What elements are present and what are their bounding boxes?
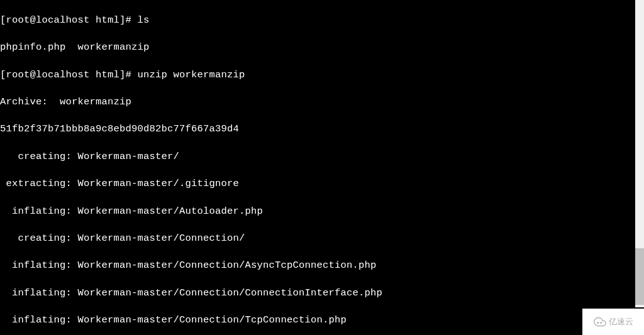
svg-point-0 bbox=[597, 322, 598, 324]
terminal-line: [root@localhost html]# ls bbox=[0, 14, 644, 28]
ls-output: phpinfo.php workermanzip bbox=[0, 41, 644, 55]
unzip-output-line: inflating: Workerman-master/Autoloader.p… bbox=[0, 205, 644, 219]
terminal-line: [root@localhost html]# unzip workermanzi… bbox=[0, 69, 644, 82]
svg-point-1 bbox=[600, 322, 601, 324]
cloud-icon bbox=[594, 316, 606, 328]
command-text: ls bbox=[138, 14, 150, 26]
archive-header: Archive: workermanzip bbox=[0, 96, 644, 109]
unzip-output-line: creating: Workerman-master/Connection/ bbox=[0, 232, 644, 246]
scrollbar-thumb[interactable] bbox=[635, 248, 644, 305]
unzip-output-line: inflating: Workerman-master/Connection/T… bbox=[0, 314, 644, 327]
terminal-output[interactable]: [root@localhost html]# ls phpinfo.php wo… bbox=[0, 0, 644, 335]
shell-prompt: [root@localhost html]# bbox=[0, 14, 138, 26]
shell-prompt: [root@localhost html]# bbox=[0, 69, 138, 80]
unzip-output-line: extracting: Workerman-master/.gitignore bbox=[0, 177, 644, 191]
unzip-output-line: inflating: Workerman-master/Connection/C… bbox=[0, 287, 644, 300]
unzip-output-line: creating: Workerman-master/ bbox=[0, 150, 644, 164]
scrollbar-track[interactable] bbox=[635, 0, 644, 307]
hash-value: 51fb2f37b71bbb8a9c8ebd90d82bc77f667a39d4 bbox=[0, 123, 644, 136]
command-text: unzip workermanzip bbox=[138, 69, 245, 80]
watermark-badge: 亿速云 bbox=[582, 309, 644, 335]
unzip-output-line: inflating: Workerman-master/Connection/A… bbox=[0, 259, 644, 273]
watermark-text: 亿速云 bbox=[609, 316, 633, 327]
